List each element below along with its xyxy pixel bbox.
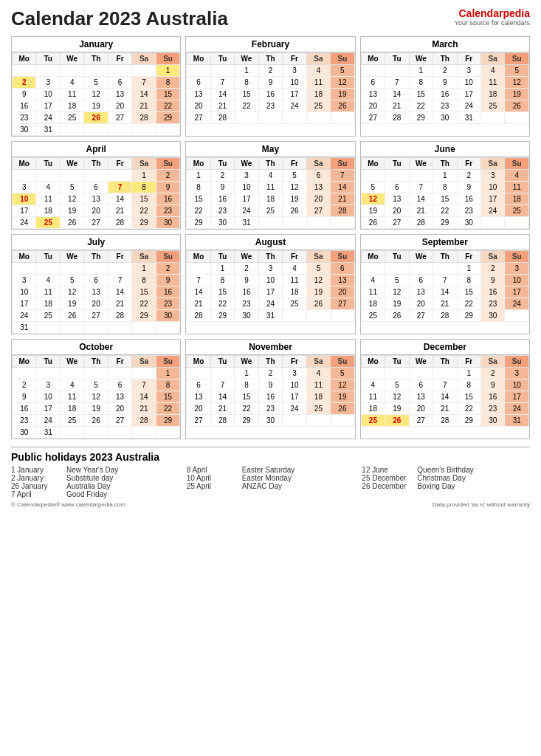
cal-day: 30 [210, 217, 234, 229]
cal-day: 26 [84, 415, 108, 427]
cal-day: 3 [283, 65, 306, 77]
cal-day: 30 [235, 310, 258, 322]
cal-day: 9 [457, 182, 480, 193]
cal-day: 4 [505, 170, 529, 182]
day-header-th: Th [84, 356, 108, 368]
cal-day: 9 [433, 77, 457, 89]
cal-day: 22 [235, 403, 258, 415]
cal-day: 20 [409, 403, 433, 415]
cal-day: 6 [108, 379, 131, 391]
public-holidays-section: Public holidays 2023 Australia 1 January… [11, 447, 530, 498]
month-table: MoTuWeThFrSaSu12345678910111213141516171… [361, 157, 529, 229]
day-header-tu: Tu [210, 53, 234, 65]
cal-day: 20 [187, 403, 210, 415]
cal-day: 2 [433, 65, 457, 77]
cal-day: 22 [156, 403, 180, 415]
day-header-sa: Sa [481, 53, 505, 65]
cal-day [108, 368, 131, 379]
cal-day: 29 [156, 415, 180, 427]
ph-name: Christmas Day [417, 474, 466, 482]
cal-day: 1 [409, 65, 433, 77]
ph-name: Australia Day [66, 482, 110, 490]
footer-right: Data provided 'as is' without warranty [433, 501, 530, 508]
cal-day: 1 [235, 65, 258, 77]
day-header-fr: Fr [283, 356, 306, 368]
cal-day: 16 [13, 403, 36, 415]
ph-grid: 1 JanuaryNew Year's Day2 JanuarySubstitu… [11, 466, 530, 498]
cal-day: 5 [306, 263, 330, 275]
cal-day: 26 [361, 217, 385, 229]
cal-day [84, 170, 108, 182]
cal-day [505, 217, 529, 229]
cal-day [187, 368, 210, 379]
cal-day [361, 170, 385, 182]
cal-day: 5 [84, 77, 108, 89]
cal-day: 16 [210, 193, 234, 205]
cal-day: 16 [258, 391, 282, 403]
day-header-mo: Mo [13, 356, 36, 368]
cal-day: 29 [132, 217, 156, 229]
cal-day [36, 322, 60, 334]
cal-day: 21 [210, 100, 234, 112]
cal-day: 4 [306, 368, 330, 379]
cal-day: 28 [331, 205, 355, 217]
cal-day: 1 [132, 170, 156, 182]
cal-day: 11 [36, 193, 60, 205]
cal-day: 15 [132, 286, 156, 298]
month-block-september: SeptemberMoTuWeThFrSaSu12345678910111213… [360, 234, 530, 334]
cal-day: 26 [505, 100, 529, 112]
cal-day: 1 [156, 368, 180, 379]
cal-day: 9 [235, 275, 258, 286]
cal-day: 24 [505, 298, 529, 310]
ph-column-1: 1 JanuaryNew Year's Day2 JanuarySubstitu… [11, 466, 179, 498]
cal-day: 2 [481, 368, 505, 379]
month-block-july: JulyMoTuWeThFrSaSu1234567891011121314151… [11, 234, 181, 334]
cal-day: 22 [457, 298, 480, 310]
cal-day [210, 368, 234, 379]
cal-day: 21 [409, 205, 433, 217]
day-header-tu: Tu [36, 251, 60, 263]
day-header-fr: Fr [283, 53, 306, 65]
cal-day [13, 65, 36, 77]
cal-day: 31 [235, 217, 258, 229]
day-header-tu: Tu [210, 356, 234, 368]
cal-day [108, 263, 131, 275]
day-header-th: Th [84, 53, 108, 65]
cal-day: 12 [361, 193, 385, 205]
day-header-mo: Mo [13, 158, 36, 170]
ph-name: New Year's Day [66, 466, 118, 474]
ph-entry: 2 JanuarySubstitute day [11, 474, 179, 482]
cal-day [60, 65, 83, 77]
day-header-mo: Mo [187, 158, 210, 170]
cal-day: 5 [505, 65, 529, 77]
cal-day: 16 [235, 286, 258, 298]
day-header-su: Su [505, 158, 529, 170]
ph-date: 12 June [362, 466, 413, 474]
day-header-sa: Sa [306, 251, 330, 263]
cal-day [306, 310, 330, 322]
month-title: July [12, 235, 180, 250]
cal-day: 23 [457, 205, 480, 217]
cal-day: 30 [13, 427, 36, 439]
cal-day: 14 [108, 193, 131, 205]
cal-day: 26 [331, 403, 355, 415]
cal-day: 31 [457, 112, 480, 124]
month-table: MoTuWeThFrSaSu12345678910111213141516171… [361, 355, 529, 427]
day-header-sa: Sa [306, 356, 330, 368]
cal-day: 20 [187, 100, 210, 112]
cal-day: 11 [36, 286, 60, 298]
cal-day: 3 [505, 368, 529, 379]
cal-day: 15 [433, 193, 457, 205]
cal-day: 25 [361, 415, 385, 427]
cal-day: 15 [156, 89, 180, 100]
day-header-su: Su [331, 53, 355, 65]
cal-day [283, 415, 306, 427]
cal-day: 13 [187, 89, 210, 100]
cal-day [331, 415, 355, 427]
day-header-th: Th [258, 53, 282, 65]
cal-day: 1 [132, 263, 156, 275]
calendars-grid: JanuaryMoTuWeThFrSaSu1234567891011121314… [11, 36, 530, 439]
day-header-fr: Fr [108, 251, 131, 263]
cal-day: 25 [361, 310, 385, 322]
month-table: MoTuWeThFrSaSu12345678910111213141516171… [361, 52, 529, 124]
